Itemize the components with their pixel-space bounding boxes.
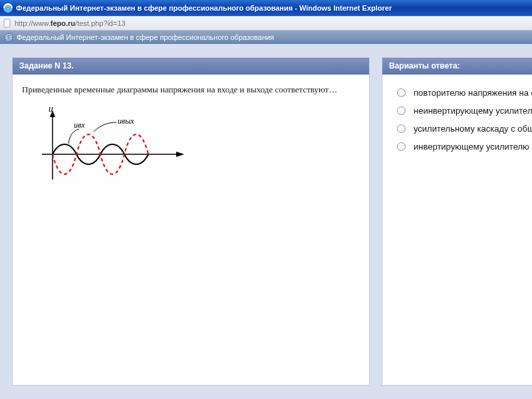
answer-option[interactable]: повторителю напряжения на о xyxy=(392,84,532,102)
radio-icon[interactable] xyxy=(397,88,406,97)
answer-text: повторителю напряжения на о xyxy=(414,88,532,98)
window-title: Федеральный Интернет-экзамен в сфере про… xyxy=(16,4,392,12)
answer-text: неинвертирующему усилител xyxy=(414,106,532,116)
answers-panel: Варианты ответа: повторителю напряжения … xyxy=(382,57,532,386)
globe-icon xyxy=(4,33,13,42)
ie-icon xyxy=(3,3,13,13)
svg-marker-6 xyxy=(176,152,184,157)
url-prefix: http://www. xyxy=(15,19,51,27)
window-titlebar: Федеральный Интернет-экзамен в сфере про… xyxy=(0,0,532,16)
in-label: uвх xyxy=(74,120,85,130)
page-icon xyxy=(3,19,12,28)
page-header-title: Федеральный Интернет-экзамен в сфере про… xyxy=(17,33,274,41)
url-host: fepo.ru xyxy=(51,19,75,27)
radio-icon[interactable] xyxy=(397,142,406,151)
task-title: Задание N 13. xyxy=(13,58,369,74)
page-header: Федеральный Интернет-экзамен в сфере про… xyxy=(0,31,532,44)
answer-text: усилительному каскаду с общ xyxy=(414,124,532,134)
answer-option[interactable]: усилительному каскаду с общ xyxy=(392,120,532,138)
answers-title: Варианты ответа: xyxy=(382,58,532,74)
url-path: /test.php?id=13 xyxy=(75,19,126,27)
radio-icon[interactable] xyxy=(397,106,406,115)
content-area: Задание N 13. Приведенные временные диаг… xyxy=(0,44,532,399)
answer-option[interactable]: неинвертирующему усилител xyxy=(392,102,532,120)
url-text: http://www.fepo.ru/test.php?id=13 xyxy=(15,19,126,27)
address-bar[interactable]: http://www.fepo.ru/test.php?id=13 xyxy=(0,16,532,31)
radio-icon[interactable] xyxy=(397,124,406,133)
out-label: uвых xyxy=(118,116,134,126)
waveform-diagram: u uвх uвых xyxy=(22,100,360,195)
task-body: Приведенные временные диаграммы напряжен… xyxy=(13,74,369,385)
task-panel: Задание N 13. Приведенные временные диаг… xyxy=(12,57,370,386)
answers-body: повторителю напряжения на о неинвертирую… xyxy=(382,74,532,385)
task-prompt: Приведенные временные диаграммы напряжен… xyxy=(22,84,360,96)
answer-option[interactable]: инвертирующему усилителю xyxy=(392,138,532,156)
answer-text: инвертирующему усилителю xyxy=(414,142,529,152)
